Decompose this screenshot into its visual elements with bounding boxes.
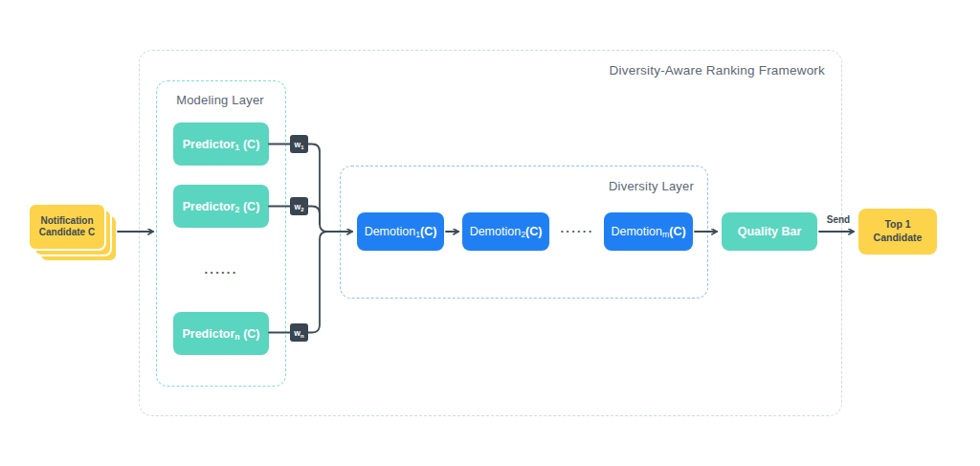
notification-candidate-label: Notification Candidate C [28,203,106,251]
send-label: Send [812,214,865,225]
top1-candidate-node: Top 1 Candidate [858,209,937,255]
predictor-2-node: Predictor2 (C) [173,185,269,228]
quality-bar-label: Quality Bar [738,225,802,238]
weight-w1-chip: w1 [290,135,308,153]
top1-candidate-label: Top 1 Candidate [858,209,937,255]
demotion-m-label: Demotionm(C) [611,225,685,238]
diagram-canvas: Diversity-Aware Ranking Framework Modeli… [0,0,980,466]
weight-wn-chip: wn [290,323,308,342]
weight-w1-label: w1 [295,140,304,149]
quality-bar-node: Quality Bar [722,212,817,251]
demotion-1-node: Demotion1(C) [357,212,444,251]
demotion-2-label: Demotion2(C) [470,225,543,238]
weight-w2-chip: w2 [290,197,308,215]
diversity-layer-label: Diversity Layer [407,179,694,193]
predictor-ellipsis: ······ [173,265,269,279]
predictor-n-label: Predictorn (C) [182,327,259,341]
predictor-2-label: Predictor2 (C) [183,200,260,213]
weight-w2-label: w2 [295,202,304,211]
demotion-2-node: Demotion2(C) [462,212,549,251]
predictor-n-node: Predictorn (C) [173,312,269,355]
weight-wn-label: wn [294,328,303,338]
framework-title: Diversity-Aware Ranking Framework [538,63,825,78]
modeling-layer-label: Modeling Layer [156,93,284,107]
predictor-1-label: Predictor1 (C) [183,138,260,151]
demotion-1-label: Demotion1(C) [365,225,437,238]
demotion-m-node: Demotionm(C) [604,212,693,251]
predictor-1-node: Predictor1 (C) [173,122,269,166]
demotion-ellipsis: ······ [550,224,604,238]
